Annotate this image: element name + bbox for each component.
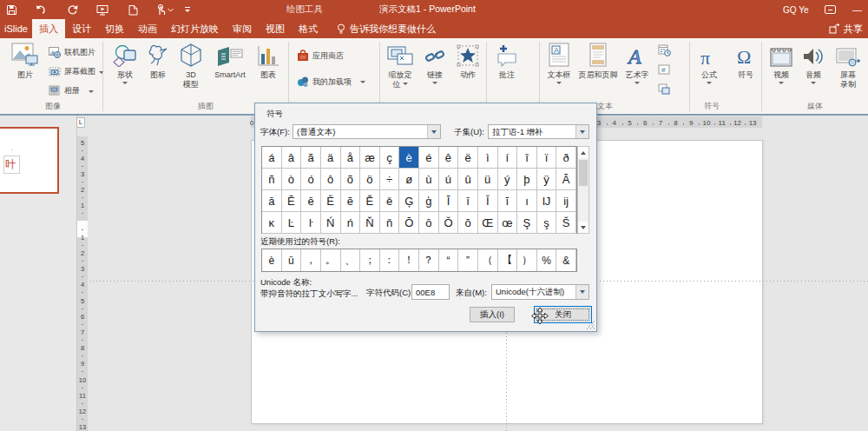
pictures-button[interactable]: 图片: [7, 41, 43, 98]
symbol-cell[interactable]: í: [498, 147, 518, 169]
share-button[interactable]: 共享: [829, 19, 863, 38]
tab-islide[interactable]: iSlide: [0, 19, 32, 38]
symbol-cell[interactable]: ó: [301, 169, 321, 190]
symbol-cell[interactable]: ŀ: [301, 212, 321, 234]
recent-symbol-cell[interactable]: ；: [360, 249, 380, 271]
symbol-cell[interactable]: Ń: [321, 212, 341, 234]
symbol-cell[interactable]: Ģ: [399, 190, 419, 212]
tab-slideshow[interactable]: 幻灯片放映: [164, 19, 226, 38]
char-code-input[interactable]: 00E8: [411, 284, 450, 300]
recent-symbol-cell[interactable]: ”: [458, 249, 478, 271]
recent-symbol-cell[interactable]: ？: [419, 249, 439, 271]
icons-button[interactable]: 图标: [142, 41, 174, 98]
tab-view[interactable]: 视图: [259, 19, 292, 38]
symbol-cell[interactable]: ē: [301, 190, 321, 212]
symbol-cell-selected[interactable]: è: [399, 147, 419, 169]
symbol-cell[interactable]: Š: [556, 212, 576, 234]
ribbon-display-options-button[interactable]: [821, 0, 838, 19]
tell-me-box[interactable]: 告诉我你想要做什么: [337, 19, 436, 38]
symbol-cell[interactable]: ĕ: [341, 190, 361, 212]
symbol-cell[interactable]: õ: [341, 169, 361, 190]
recent-symbol-cell[interactable]: &: [556, 249, 576, 271]
recent-symbol-cell[interactable]: è: [262, 249, 282, 271]
scroll-down-button[interactable]: [578, 222, 589, 233]
comment-button[interactable]: 批注: [490, 41, 524, 98]
equation-button[interactable]: π 公式: [693, 41, 726, 98]
symbol-cell[interactable]: ń: [341, 212, 361, 234]
symbol-cell[interactable]: ç: [380, 147, 400, 169]
symbol-cell[interactable]: ĭ: [498, 190, 518, 212]
screenshot-button[interactable]: 屏幕截图: [49, 64, 104, 78]
symbol-cell[interactable]: Ň: [360, 212, 380, 234]
minimize-button[interactable]: —: [852, 0, 862, 19]
audio-button[interactable]: 音频: [797, 41, 830, 98]
symbol-cell[interactable]: Ō: [399, 212, 419, 234]
symbol-button[interactable]: Ω 符号: [729, 41, 762, 98]
symbol-cell[interactable]: Ş: [517, 212, 537, 234]
symbol-cell[interactable]: û: [458, 169, 478, 190]
subset-dropdown-button[interactable]: [575, 125, 589, 138]
symbol-cell[interactable]: Ē: [282, 190, 302, 212]
font-combobox[interactable]: (普通文本): [293, 124, 441, 139]
symbol-cell[interactable]: ÿ: [537, 169, 557, 190]
symbol-cell[interactable]: þ: [517, 169, 537, 190]
symbol-cell[interactable]: â: [282, 147, 302, 169]
recent-symbol-cell[interactable]: 【: [498, 249, 518, 271]
symbol-cell[interactable]: ò: [282, 169, 302, 190]
symbol-cell[interactable]: ô: [321, 169, 341, 190]
symbol-cell[interactable]: î: [517, 147, 537, 169]
symbol-cell[interactable]: ī: [458, 190, 478, 212]
recent-symbol-cell[interactable]: ，: [301, 249, 321, 271]
symbol-grid-scrollbar[interactable]: [577, 146, 589, 234]
symbol-cell[interactable]: Ě: [360, 190, 380, 212]
from-combobox[interactable]: Unicode(十六进制): [491, 284, 589, 300]
symbol-cell[interactable]: œ: [498, 212, 518, 234]
symbol-cell[interactable]: ģ: [419, 190, 439, 212]
photo-album-button[interactable]: 相册: [49, 83, 94, 97]
symbol-cell[interactable]: ë: [458, 147, 478, 169]
symbol-cell[interactable]: ì: [478, 147, 498, 169]
customize-qat-button[interactable]: [181, 0, 194, 19]
symbol-cell[interactable]: ñ: [262, 169, 282, 190]
resize-grip[interactable]: [586, 321, 595, 329]
undo-button[interactable]: [33, 0, 49, 19]
tab-review[interactable]: 审阅: [226, 19, 259, 38]
symbol-cell[interactable]: ā: [262, 190, 282, 212]
symbol-cell[interactable]: ä: [321, 147, 341, 169]
my-addins-button[interactable]: 我的加载项: [297, 75, 365, 89]
tab-animations[interactable]: 动画: [131, 19, 164, 38]
symbol-cell[interactable]: ý: [498, 169, 518, 190]
video-button[interactable]: 视频: [766, 41, 797, 98]
symbol-cell[interactable]: ø: [399, 169, 419, 190]
tab-format[interactable]: 格式: [292, 19, 325, 38]
store-button[interactable]: 应用商店: [297, 49, 344, 63]
recent-symbol-cell[interactable]: ！: [399, 249, 419, 271]
slide-number-button[interactable]: #: [656, 63, 672, 76]
recent-symbol-cell[interactable]: 。: [321, 249, 341, 271]
scrollbar-thumb[interactable]: [579, 160, 588, 186]
redo-button[interactable]: [64, 0, 80, 19]
symbol-cell[interactable]: ê: [439, 147, 459, 169]
symbol-cell[interactable]: ň: [380, 212, 400, 234]
recent-symbol-cell[interactable]: 、: [341, 249, 361, 271]
symbol-cell[interactable]: Ā: [556, 169, 576, 190]
symbol-cell[interactable]: Ĕ: [321, 190, 341, 212]
wordart-button[interactable]: A 艺术字: [620, 41, 654, 98]
tab-stop-selector[interactable]: L: [76, 117, 85, 128]
symbol-cell[interactable]: ð: [556, 147, 576, 169]
symbol-cell[interactable]: ĳ: [556, 190, 576, 212]
slide-thumbnail[interactable]: 叶 ': [0, 127, 59, 194]
zoom-button[interactable]: 缩放定位: [382, 41, 418, 98]
symbol-cell[interactable]: é: [419, 147, 439, 169]
symbol-cell[interactable]: Ĳ: [537, 190, 557, 212]
symbol-cell[interactable]: á: [262, 147, 282, 169]
from-dropdown-button[interactable]: [575, 285, 589, 299]
symbol-cell[interactable]: ı: [517, 190, 537, 212]
symbol-cell[interactable]: Ĭ: [478, 190, 498, 212]
link-button[interactable]: 链接: [418, 41, 451, 98]
symbol-cell[interactable]: ş: [537, 212, 557, 234]
touch-mode-button[interactable]: [153, 0, 175, 19]
font-dropdown-button[interactable]: [427, 125, 440, 138]
recent-symbol-cell[interactable]: %: [537, 249, 557, 271]
header-footer-button[interactable]: 页眉和页脚: [576, 41, 620, 98]
